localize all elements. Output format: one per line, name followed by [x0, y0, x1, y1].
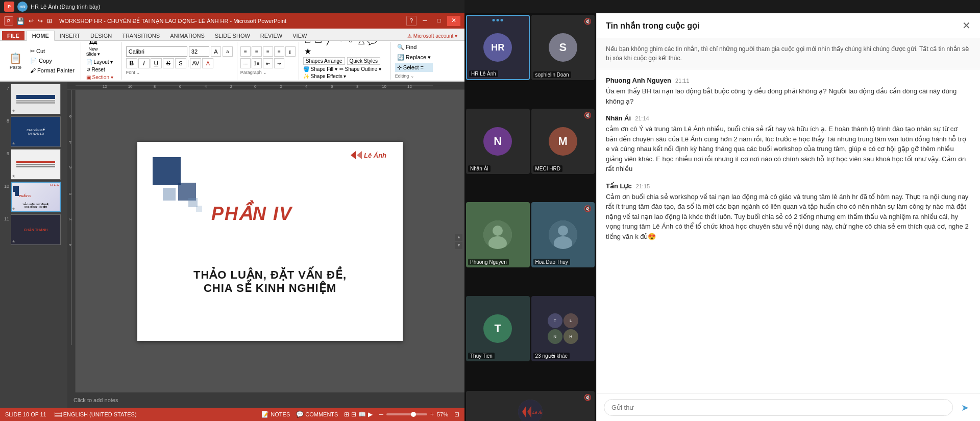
tab-insert[interactable]: INSERT [55, 31, 85, 40]
close-btn[interactable]: ✕ [447, 16, 460, 26]
svg-text:10: 10 [382, 84, 386, 89]
replace-btn[interactable]: 🔄 Replace ▾ [395, 53, 433, 62]
shadow-btn[interactable]: S [175, 58, 186, 68]
help-btn[interactable]: ? [406, 16, 417, 26]
shape-rect[interactable]: □ [303, 41, 312, 45]
align-center-btn[interactable]: ≡ [252, 46, 262, 57]
decrease-font-btn[interactable]: a [223, 46, 233, 57]
chat-input-area: ➤ [597, 393, 980, 421]
fit-slide-btn[interactable]: ⊡ [454, 411, 459, 418]
chat-close-btn[interactable]: ✕ [962, 20, 971, 31]
tab-home[interactable]: HOME [27, 31, 55, 41]
shape-effects-btn[interactable]: ✨ Shape Effects ▾ [303, 73, 347, 79]
cut-btn[interactable]: ✂ Cut [27, 47, 78, 56]
video-tile-hoa: 🔇 Hoa Dao Thuy [531, 202, 595, 267]
shape-rounded[interactable]: ▭ [314, 41, 323, 45]
slide-canvas[interactable]: Lê Ánh PHẦN IV THẢO LUẬN, ĐẶT VẤN ĐỀ, CH… [137, 142, 403, 341]
indent-more-btn[interactable]: ⇥ [274, 58, 284, 68]
slide-sorter-btn[interactable]: ⊟ [351, 411, 356, 418]
shape-star[interactable]: ★ [303, 46, 312, 56]
shape-outline-btn[interactable]: ✏ Shape Outline ▾ [339, 66, 381, 72]
customize-icon[interactable]: ⊞ [47, 17, 52, 25]
font-color-btn[interactable]: A [202, 58, 213, 68]
select-btn[interactable]: ⊹ Select = [395, 63, 433, 72]
tab-design[interactable]: DESIGN [85, 31, 117, 40]
chat-input[interactable] [604, 399, 953, 416]
increase-font-btn[interactable]: A [211, 46, 221, 57]
shape-line[interactable]: ╱ [325, 41, 334, 45]
svg-text:-4: -4 [68, 141, 72, 144]
minimize-btn[interactable]: ─ [419, 16, 431, 26]
normal-view-btn[interactable]: ⊞ [344, 411, 349, 418]
zoom-in-btn[interactable]: + [430, 411, 434, 418]
underline-btn[interactable]: U [151, 58, 162, 68]
mute-icon-meci: 🔇 [584, 112, 592, 119]
format-painter-btn[interactable]: 🖌 Format Painter [27, 66, 78, 75]
notes-btn[interactable]: 📝 NOTES [261, 411, 290, 418]
notes-placeholder[interactable]: Click to add notes [74, 397, 118, 403]
justify-btn[interactable]: ≡ [274, 46, 284, 57]
ppt-logo: P [4, 16, 13, 26]
shapes-arrange-btn[interactable]: Shapes Arrange [303, 57, 345, 65]
slide-thumb-9[interactable]: 9 ★ [2, 149, 65, 180]
ribbon-tabs-bar: FILE HOME INSERT DESIGN TRANSITIONS ANIM… [0, 29, 464, 41]
slide-thumb-7[interactable]: 7 ★ [2, 84, 65, 114]
slide-thumb-11[interactable]: 11 CHÂN THÀNH ★ [2, 214, 65, 245]
columns-btn[interactable]: ⫿ [285, 46, 296, 57]
canvas-area: -12 -10 -8 -6 -4 -2 0 2 4 6 8 10 12 [67, 82, 464, 408]
slide-thumb-8[interactable]: 8 CHUYÊN ĐỀTAI NẠN LĐ ★ [2, 116, 65, 147]
quick-styles-btn[interactable]: Quick Styles [347, 57, 381, 65]
msg-1-time: 21:14 [635, 115, 649, 121]
zoom-out-btn[interactable]: ─ [379, 411, 383, 418]
bold-btn[interactable]: B [126, 58, 137, 68]
align-right-btn[interactable]: ≡ [263, 46, 273, 57]
reset-btn[interactable]: ↺ Reset [84, 66, 118, 73]
chat-notice: Nếu bạn không ghim các tin nhắn, thì chỉ… [597, 38, 980, 69]
microsoft-account-btn[interactable]: ⚠ Microsoft account ▾ [402, 32, 462, 40]
participant-name-phuong: Phuong Nguyen [468, 259, 509, 265]
svg-rect-24 [55, 412, 62, 417]
shape-fill-btn[interactable]: 🪣 Shape Fill ▾ [303, 66, 337, 72]
copy-btn[interactable]: 📄 Copy [27, 57, 78, 65]
scroll-down-btn[interactable]: ▼ [455, 242, 462, 249]
maximize-btn[interactable]: □ [433, 16, 445, 26]
shape-circle[interactable]: ○ [346, 41, 355, 45]
slide-thumb-10[interactable]: 10 Lê Ánh PHẦN IV THẢO LUẬN, ĐẶT VẤN ĐỀ,… [2, 182, 65, 212]
paste-btn[interactable]: 📋 Paste [5, 43, 26, 79]
slideshow-btn[interactable]: ▶ [368, 411, 373, 418]
paragraph-group: ≡ ≡ ≡ ≡ ⫿ ≔ 1≡ ⇤ ⇥ Paragraph ⌄ [237, 42, 299, 80]
font-name-input[interactable] [126, 46, 187, 57]
layout-btn[interactable]: 📄 Layout ▾ [84, 59, 118, 65]
undo-icon[interactable]: ↩ [29, 17, 34, 25]
tab-animations[interactable]: ANIMATIONS [165, 31, 210, 40]
indent-less-btn[interactable]: ⇤ [263, 58, 273, 68]
tab-review[interactable]: REVIEW [255, 31, 287, 40]
tab-transitions[interactable]: TRANSITIONS [117, 31, 165, 40]
section-btn[interactable]: ▣ Section ▾ [84, 74, 118, 81]
slide-star-11: ★ [12, 239, 15, 244]
quick-save-icon[interactable]: 💾 [16, 17, 24, 25]
shape-arrow[interactable]: → [335, 41, 345, 45]
bullets-btn[interactable]: ≔ [240, 58, 251, 68]
numbering-btn[interactable]: 1≡ [252, 58, 262, 68]
char-spacing-btn[interactable]: AV [190, 58, 201, 68]
strikethrough-btn[interactable]: S [163, 58, 174, 68]
comments-btn[interactable]: 💬 COMMENTS [296, 411, 338, 418]
shape-callout[interactable]: 💬 [368, 41, 377, 45]
chat-send-btn[interactable]: ➤ [957, 400, 973, 415]
tab-view[interactable]: VIEW [287, 31, 312, 40]
italic-btn[interactable]: I [138, 58, 150, 68]
tab-file[interactable]: FILE [2, 31, 24, 40]
svg-text:0: 0 [68, 193, 72, 195]
align-left-btn[interactable]: ≡ [240, 46, 251, 57]
new-slide-btn[interactable]: 🖼 New Slide ▾ [84, 41, 103, 58]
font-size-input[interactable] [189, 46, 209, 57]
shape-triangle[interactable]: △ [357, 41, 366, 45]
tab-slideshow[interactable]: SLIDE SHOW [210, 31, 255, 40]
zoom-level[interactable]: 57% [437, 411, 448, 417]
redo-icon[interactable]: ↪ [38, 17, 43, 25]
reading-view-btn[interactable]: 📖 [358, 411, 366, 418]
scroll-up-btn[interactable]: ▲ [455, 234, 462, 241]
find-btn[interactable]: 🔍 Find [395, 43, 433, 52]
slide-num-11: 11 [2, 216, 9, 221]
